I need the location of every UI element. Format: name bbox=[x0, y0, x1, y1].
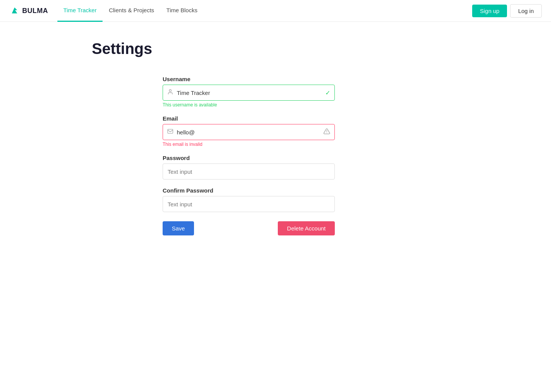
nav-time-tracker[interactable]: Time Tracker bbox=[57, 0, 103, 22]
confirm-password-label: Confirm Password bbox=[163, 187, 335, 194]
email-input[interactable] bbox=[163, 124, 335, 140]
confirm-password-input[interactable] bbox=[163, 196, 335, 212]
password-input-wrapper bbox=[163, 163, 335, 180]
email-warning-icon bbox=[323, 128, 330, 137]
username-input-wrapper: ✓ bbox=[163, 85, 335, 101]
main-content: Settings Username ✓ This username is ava… bbox=[0, 22, 551, 235]
username-group: Username ✓ This username is available bbox=[163, 76, 335, 108]
email-invalid-message: This email is invalid bbox=[163, 142, 335, 147]
nav-time-blocks[interactable]: Time Blocks bbox=[160, 0, 204, 22]
password-group: Password bbox=[163, 155, 335, 180]
page-title: Settings bbox=[92, 40, 551, 57]
brand-name: BULMA bbox=[22, 7, 48, 15]
password-label: Password bbox=[163, 155, 335, 161]
nav-actions: Sign up Log in bbox=[472, 4, 542, 18]
login-button[interactable]: Log in bbox=[510, 4, 542, 18]
confirm-password-input-wrapper bbox=[163, 196, 335, 212]
email-input-wrapper bbox=[163, 124, 335, 140]
signup-button[interactable]: Sign up bbox=[472, 5, 507, 17]
password-input[interactable] bbox=[163, 163, 335, 180]
form-actions: Save Delete Account bbox=[163, 221, 335, 235]
delete-account-button[interactable]: Delete Account bbox=[278, 221, 335, 235]
email-group: Email This email is invali bbox=[163, 115, 335, 147]
username-valid-message: This username is available bbox=[163, 102, 335, 108]
username-input[interactable] bbox=[163, 85, 335, 101]
username-label: Username bbox=[163, 76, 335, 82]
save-button[interactable]: Save bbox=[163, 221, 194, 235]
username-check-icon: ✓ bbox=[325, 89, 330, 96]
confirm-password-group: Confirm Password bbox=[163, 187, 335, 212]
bulma-logo-icon bbox=[9, 5, 20, 16]
navbar: BULMA Time Tracker Clients & Projects Ti… bbox=[0, 0, 551, 22]
brand-logo[interactable]: BULMA bbox=[9, 5, 48, 16]
nav-links: Time Tracker Clients & Projects Time Blo… bbox=[57, 0, 473, 22]
email-label: Email bbox=[163, 115, 335, 122]
settings-form: Username ✓ This username is available Em… bbox=[163, 76, 335, 235]
nav-clients-projects[interactable]: Clients & Projects bbox=[103, 0, 160, 22]
